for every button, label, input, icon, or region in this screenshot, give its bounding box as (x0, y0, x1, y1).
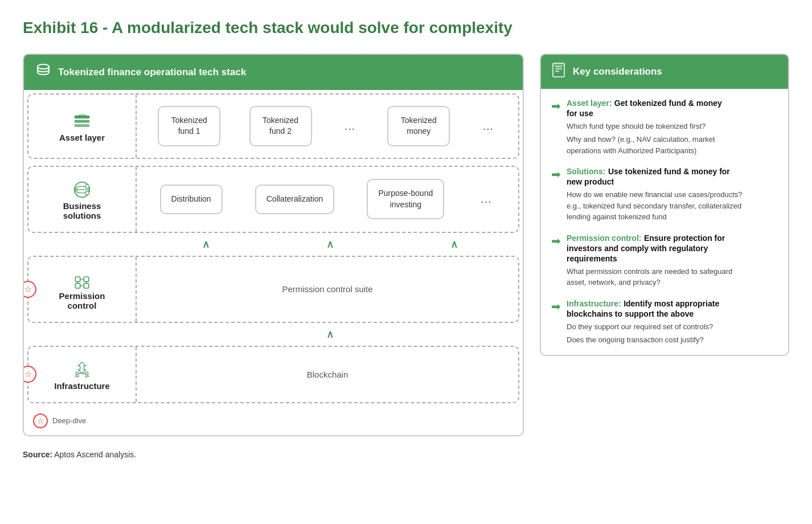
cell-collateralization: Collateralization (255, 185, 335, 214)
kc-section-asset: ➡ Asset layer: Get tokenized fund & mone… (551, 98, 778, 157)
kc-desc-infrastructure-2: Does the ongoing transaction cost justif… (567, 334, 719, 346)
blockchain-label: Blockchain (307, 370, 348, 379)
permission-row: ☆ Permissioncontrol (27, 256, 519, 323)
asset-icon (71, 110, 93, 133)
asset-content-col: Tokenizedfund 1 Tokenizedfund 2 … Tokeni… (137, 95, 518, 158)
source-text: Aptos Ascend analysis. (54, 450, 136, 459)
key-considerations-panel: Key considerations ➡ Asset layer: Get to… (540, 54, 789, 356)
content-wrapper: Tokenized finance operational tech stack… (23, 54, 789, 436)
kc-text-permission: Permission control: Ensure protection fo… (567, 233, 732, 288)
chevron-3: ∧ (450, 238, 458, 251)
kc-arrow-infrastructure: ➡ (551, 300, 561, 313)
kc-desc-infrastructure-1: Do they support our required set of cont… (567, 321, 719, 333)
cell-tokenized-fund-1: Tokenizedfund 1 (158, 106, 220, 146)
kc-green-solutions: Solutions: (567, 167, 605, 176)
kc-section-infrastructure: ➡ Infrastructure: Identify most appropri… (551, 298, 778, 346)
business-row: Businesssolutions Distribution Collatera… (27, 166, 519, 233)
permission-control-name: Permissioncontrol (59, 291, 105, 310)
kc-green-permission: Permission control: (567, 234, 641, 243)
svg-rect-2 (75, 120, 90, 122)
business-label-col: Businesssolutions (28, 167, 137, 232)
kc-text-solutions: Solutions: Use tokenized fund & money fo… (567, 166, 743, 223)
svg-point-9 (75, 188, 78, 191)
ellipsis-1: … (341, 120, 359, 133)
cell-tokenized-money: Tokenizedmoney (387, 106, 450, 146)
kc-desc-permission-1: What permission controls are needed to s… (567, 266, 732, 288)
kc-arrow-solutions: ➡ (551, 167, 561, 181)
kc-header-icon (551, 63, 566, 81)
svg-point-7 (85, 185, 89, 189)
svg-rect-20 (553, 63, 564, 66)
source-footer: Source: Aptos Ascend analysis. (23, 450, 789, 459)
svg-rect-11 (84, 277, 88, 281)
kc-desc-solutions-1: How do we enable new financial use cases… (567, 189, 743, 223)
tech-stack-title: Tokenized finance operational tech stack (58, 67, 246, 78)
ellipsis-2: … (479, 120, 497, 133)
kc-section-permission: ➡ Permission control: Ensure protection … (551, 233, 778, 288)
page-title: Exhibit 16 - A modularized tech stack wo… (23, 18, 789, 38)
kc-header: Key considerations (541, 55, 788, 89)
cell-tokenized-fund-2: Tokenizedfund 2 (249, 106, 312, 146)
kc-title: Key considerations (573, 66, 662, 77)
legend-row: ☆ Deep-dive (24, 407, 523, 435)
source-label: Source: (23, 450, 52, 459)
asset-layer-name: Asset layer (59, 133, 105, 142)
infrastructure-name: Infrastructure (54, 381, 110, 391)
ellipsis-3: … (477, 193, 495, 206)
chevrons-1: ∧ ∧ ∧ (24, 236, 523, 252)
svg-point-8 (85, 191, 89, 195)
kc-desc-asset-1: Which fund type should be tokenized firs… (567, 121, 722, 132)
infrastructure-label-col: Infrastructure (28, 347, 137, 402)
kc-green-infrastructure: Infrastructure: (567, 299, 621, 308)
svg-rect-12 (75, 283, 80, 288)
svg-rect-10 (75, 277, 80, 281)
infrastructure-row: ☆ Infrastructure B (27, 346, 519, 403)
tech-stack-header: Tokenized finance operational tech stack (24, 55, 523, 90)
svg-rect-13 (84, 283, 88, 288)
permission-icon (71, 268, 93, 291)
kc-green-asset: Asset layer: (567, 99, 612, 108)
kc-arrow-permission: ➡ (551, 234, 561, 248)
chevron-4: ∧ (326, 328, 334, 341)
svg-rect-1 (75, 124, 90, 127)
business-icon (71, 178, 93, 201)
chevron-1: ∧ (202, 238, 210, 251)
business-content-col: Distribution Collateralization Purpose-b… (137, 167, 518, 232)
legend-label: Deep-dive (52, 416, 86, 425)
stack-rows: Asset layer Tokenizedfund 1 Tokenizedfun… (24, 90, 523, 407)
permission-content-col: Permission control suite (137, 257, 518, 322)
kc-section-solutions: ➡ Solutions: Use tokenized fund & money … (551, 166, 778, 223)
chevron-2: ∧ (326, 238, 334, 251)
cell-purpose-bound: Purpose-boundinvesting (367, 179, 444, 219)
cell-distribution: Distribution (160, 185, 223, 214)
infrastructure-content-col: Blockchain (137, 347, 518, 402)
asset-label-col: Asset layer (28, 95, 137, 158)
tech-stack-panel: Tokenized finance operational tech stack… (23, 54, 524, 436)
db-icon (35, 63, 51, 82)
kc-desc-asset-2: Why and how? (e.g., NAV calculation, mar… (567, 134, 722, 156)
kc-text-infrastructure: Infrastructure: Identify most appropriat… (567, 298, 719, 346)
business-solutions-name: Businesssolutions (63, 201, 101, 220)
asset-row: Asset layer Tokenizedfund 1 Tokenizedfun… (27, 93, 519, 159)
chevrons-2: ∧ (24, 326, 523, 342)
svg-point-0 (38, 64, 49, 69)
permission-label-col: Permissioncontrol (28, 257, 137, 322)
legend-star-icon: ☆ (33, 414, 48, 428)
permission-control-suite: Permission control suite (282, 284, 372, 294)
kc-arrow-asset: ➡ (551, 99, 561, 113)
kc-body: ➡ Asset layer: Get tokenized fund & mone… (541, 89, 788, 355)
infrastructure-icon (71, 358, 93, 381)
kc-text-asset: Asset layer: Get tokenized fund & moneyf… (567, 98, 722, 157)
